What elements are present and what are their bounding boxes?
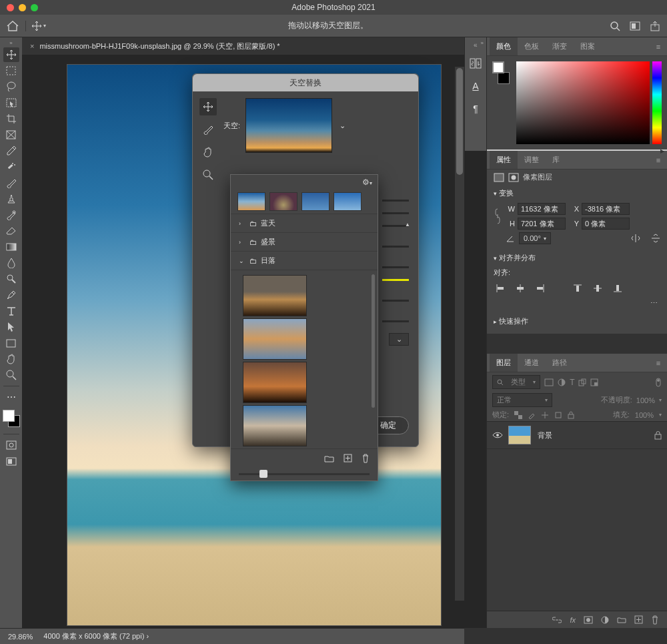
edit-toolbar-icon[interactable]: ⋯ bbox=[3, 390, 19, 404]
marquee-tool[interactable] bbox=[3, 63, 19, 78]
filter-adjust-icon[interactable] bbox=[558, 378, 566, 386]
dodge-tool[interactable] bbox=[3, 272, 19, 286]
sky-thumb[interactable] bbox=[243, 362, 307, 403]
align-right-icon[interactable] bbox=[534, 282, 547, 295]
panel-collapse-handle[interactable] bbox=[474, 41, 483, 47]
dialog-slider[interactable]: ▲ bbox=[382, 225, 409, 227]
sky-thumb[interactable] bbox=[243, 275, 307, 316]
tab-adjustments[interactable]: 调整 bbox=[518, 151, 546, 169]
angle-field[interactable]: 0.00°▾ bbox=[519, 232, 551, 244]
dialog-zoom-tool[interactable] bbox=[199, 166, 217, 184]
recent-sky-thumb[interactable] bbox=[269, 192, 297, 211]
tab-channels[interactable]: 通道 bbox=[518, 354, 546, 372]
tab-swatches[interactable]: 色板 bbox=[518, 37, 546, 55]
align-hcenter-icon[interactable] bbox=[514, 282, 527, 295]
mask-add-icon[interactable] bbox=[584, 616, 593, 624]
rail-paragraph-icon[interactable]: ¶ bbox=[473, 103, 478, 114]
tab-layers[interactable]: 图层 bbox=[490, 354, 518, 372]
gear-icon[interactable]: ⚙︎▾ bbox=[362, 178, 372, 187]
zoom-tool[interactable] bbox=[3, 368, 19, 382]
layers-panel-menu-icon[interactable]: ≡ bbox=[652, 359, 664, 367]
document-tab[interactable]: × missmushroom-bPH-HJ1F09k-unsplash.jpg … bbox=[22, 37, 486, 55]
filter-shape-icon[interactable] bbox=[578, 378, 586, 386]
align-vcenter-icon[interactable] bbox=[591, 282, 604, 295]
dialog-slider-color[interactable] bbox=[382, 279, 409, 281]
thumb-size-slider[interactable] bbox=[231, 467, 378, 480]
blur-tool[interactable] bbox=[3, 256, 19, 270]
flip-h-icon[interactable] bbox=[631, 234, 642, 243]
share-icon[interactable] bbox=[650, 21, 660, 31]
new-preset-icon[interactable] bbox=[344, 454, 352, 462]
close-tab-icon[interactable]: × bbox=[30, 42, 34, 50]
dialog-move-tool[interactable] bbox=[199, 98, 217, 115]
align-bottom-icon[interactable] bbox=[611, 282, 624, 295]
group-add-icon[interactable] bbox=[617, 616, 626, 623]
align-section[interactable]: 对齐并分布 bbox=[487, 250, 667, 266]
lock-all-icon[interactable] bbox=[568, 411, 574, 419]
toolbar-collapse-icon[interactable]: » bbox=[9, 40, 12, 46]
dialog-dropdown[interactable]: ⌄ bbox=[389, 333, 409, 346]
hue-slider[interactable] bbox=[652, 61, 662, 144]
dialog-brush-tool[interactable] bbox=[199, 121, 217, 138]
dialog-slider[interactable] bbox=[382, 246, 409, 248]
align-top-icon[interactable] bbox=[571, 282, 584, 295]
lock-artboard-icon[interactable] bbox=[554, 411, 562, 419]
filter-pixel-icon[interactable] bbox=[544, 378, 554, 386]
width-field[interactable] bbox=[518, 203, 566, 215]
filter-type-icon[interactable]: T bbox=[570, 378, 574, 387]
tab-color[interactable]: 颜色 bbox=[490, 37, 518, 55]
folder-sunset[interactable]: ⌄🗀日落 bbox=[231, 251, 378, 270]
adjustment-add-icon[interactable] bbox=[601, 616, 609, 624]
sky-thumb[interactable] bbox=[243, 405, 307, 446]
zoom-window-button[interactable] bbox=[31, 4, 38, 11]
path-select-tool[interactable] bbox=[3, 320, 19, 334]
crop-tool[interactable] bbox=[3, 111, 19, 126]
lock-paint-icon[interactable] bbox=[528, 411, 536, 419]
lock-move-icon[interactable] bbox=[541, 411, 549, 419]
color-field[interactable] bbox=[516, 61, 650, 144]
tab-patterns[interactable]: 图案 bbox=[574, 37, 602, 55]
move-tool[interactable] bbox=[3, 47, 19, 62]
flyout-scrollbar[interactable] bbox=[372, 274, 375, 408]
folder-blue-sky[interactable]: ›🗀蓝天 bbox=[231, 214, 378, 232]
filter-toggle-icon[interactable] bbox=[655, 378, 662, 387]
fill-field[interactable]: 100% bbox=[635, 411, 654, 419]
link-layers-icon[interactable] bbox=[552, 617, 562, 623]
object-select-tool[interactable] bbox=[3, 95, 19, 110]
color-panel-menu-icon[interactable]: ≡ bbox=[652, 43, 664, 51]
rail-glyphs-icon[interactable] bbox=[470, 58, 482, 69]
dialog-slider[interactable] bbox=[382, 320, 409, 322]
minimize-window-button[interactable] bbox=[19, 4, 26, 11]
rail-character-icon[interactable]: A bbox=[472, 81, 478, 91]
home-icon[interactable] bbox=[7, 21, 19, 31]
more-align-icon[interactable]: ⋯ bbox=[487, 298, 667, 309]
rectangle-tool[interactable] bbox=[3, 336, 19, 350]
eraser-tool[interactable] bbox=[3, 224, 19, 238]
tab-library[interactable]: 库 bbox=[546, 151, 566, 169]
fg-bg-color[interactable] bbox=[3, 410, 20, 427]
eyedropper-tool[interactable] bbox=[3, 143, 19, 158]
dialog-slider[interactable] bbox=[382, 266, 409, 268]
sky-thumb[interactable] bbox=[243, 318, 307, 360]
layer-add-icon[interactable] bbox=[634, 615, 643, 624]
recent-sky-thumb[interactable] bbox=[334, 192, 362, 211]
frame-tool[interactable] bbox=[3, 127, 19, 142]
close-window-button[interactable] bbox=[7, 4, 14, 11]
search-icon[interactable] bbox=[610, 21, 620, 31]
quickmask-icon[interactable] bbox=[3, 438, 19, 452]
sky-dropdown-icon[interactable]: ⌄ bbox=[338, 121, 347, 130]
layer-filter-dropdown[interactable]: 类型 ▾ bbox=[492, 375, 540, 389]
gradient-tool[interactable] bbox=[3, 240, 19, 254]
lasso-tool[interactable] bbox=[3, 79, 19, 94]
opacity-field[interactable]: 100% bbox=[636, 396, 655, 404]
tab-paths[interactable]: 路径 bbox=[546, 354, 574, 372]
clone-stamp-tool[interactable] bbox=[3, 192, 19, 206]
dialog-slider[interactable] bbox=[382, 200, 409, 202]
fx-icon[interactable]: fx bbox=[570, 616, 576, 624]
dialog-title[interactable]: 天空替换 bbox=[193, 74, 418, 91]
trash-icon[interactable] bbox=[651, 615, 659, 625]
zoom-value[interactable]: 29.86% bbox=[8, 633, 33, 641]
folder-add-icon[interactable] bbox=[324, 454, 334, 462]
quick-actions-section[interactable]: 快速操作 bbox=[487, 313, 667, 330]
y-field[interactable] bbox=[582, 218, 630, 230]
